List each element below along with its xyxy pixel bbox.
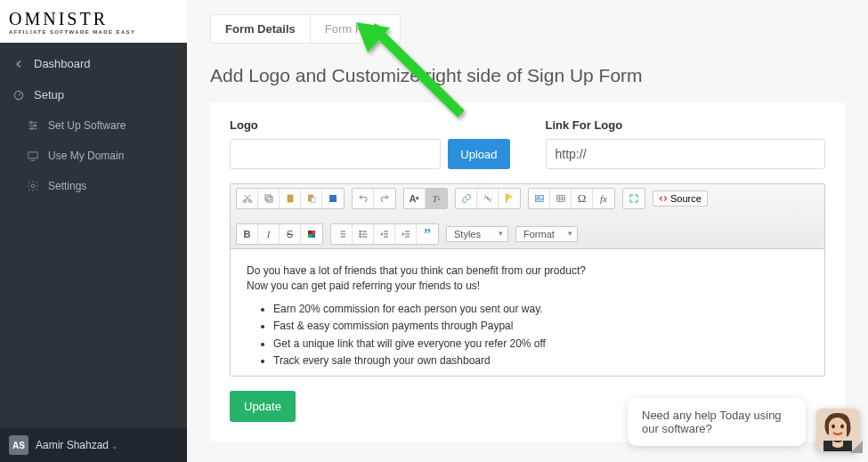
nav-dashboard[interactable]: Dashboard [0, 48, 187, 79]
italic-icon[interactable]: I [258, 224, 280, 244]
cut-icon[interactable] [237, 189, 258, 208]
dashboard-icon [12, 89, 25, 101]
brand-name-2: R [93, 9, 108, 28]
hr-icon[interactable]: Ω [572, 189, 593, 208]
copy-icon[interactable] [258, 189, 280, 208]
svg-point-7 [34, 125, 36, 126]
ol-icon[interactable] [331, 224, 353, 244]
chat-bubble[interactable]: Need any help Today using our software? [628, 398, 806, 446]
tab-form-details[interactable]: Form Details [210, 14, 311, 44]
editor-p2: Now you can get paid referring your frie… [247, 279, 808, 294]
sidebar-item-label: Set Up Software [48, 119, 126, 132]
svg-point-11 [31, 184, 35, 188]
svg-point-55 [840, 425, 844, 428]
page-title: Add Logo and Customize right side of Sig… [210, 65, 845, 86]
chat-expand-icon[interactable] [850, 441, 863, 457]
chat-message: Need any help Today using our software? [642, 409, 782, 435]
bold-icon[interactable]: B [237, 224, 258, 244]
sliders-icon [27, 119, 39, 132]
outdent-icon[interactable] [374, 224, 395, 244]
sidebar-item-label: Settings [48, 180, 86, 192]
sidebar-item-setup-software[interactable]: Set Up Software [0, 110, 187, 141]
brand-tagline: AFFILIATE SOFTWARE MADE EASY [9, 29, 135, 35]
unlink-icon[interactable] [477, 189, 499, 208]
table-icon[interactable] [550, 189, 572, 208]
sidebar-item-settings[interactable]: Settings [0, 171, 187, 201]
svg-rect-20 [311, 198, 315, 203]
form-panel: Logo Upload Link For Logo [210, 102, 845, 442]
svg-rect-31 [308, 231, 312, 234]
clear-format-icon[interactable]: Tx [426, 189, 447, 208]
format-dropdown[interactable]: Format [515, 226, 578, 242]
svg-rect-18 [288, 195, 293, 202]
tabs: Form Details Form Fields [210, 14, 845, 44]
svg-rect-32 [312, 231, 315, 234]
svg-line-14 [246, 195, 250, 200]
image-icon[interactable] [529, 189, 550, 208]
nav-setup[interactable]: Setup [0, 79, 187, 110]
logo[interactable]: OMNISTR AFFILIATE SOFTWARE MADE EASY [0, 0, 187, 43]
chevron-left-icon [12, 58, 25, 70]
paste-text-icon[interactable] [301, 189, 322, 208]
svg-point-6 [30, 121, 32, 123]
editor-content[interactable]: Do you have a lot of friends that you th… [231, 249, 824, 376]
anchor-icon[interactable] [499, 189, 520, 208]
strike-icon[interactable]: S [280, 224, 301, 244]
gear-icon [27, 180, 39, 192]
paste-icon[interactable] [280, 189, 301, 208]
main-content: Form Details Form Fields Add Logo and Cu… [187, 0, 868, 462]
svg-point-39 [359, 233, 361, 235]
rich-text-editor: A▾ Tx Ω fx [230, 183, 825, 377]
svg-rect-34 [312, 234, 315, 238]
redo-icon[interactable] [374, 189, 395, 208]
svg-rect-17 [265, 195, 271, 200]
editor-bullet: Earn 20% commission for each person you … [273, 302, 808, 317]
svg-rect-26 [556, 196, 564, 202]
quote-icon[interactable]: ” [417, 224, 438, 244]
remove-format-icon[interactable]: A▾ [404, 189, 426, 208]
svg-line-2 [19, 93, 20, 94]
logo-file-input[interactable] [230, 139, 441, 169]
editor-toolbar: A▾ Tx Ω fx [231, 184, 824, 249]
svg-point-38 [359, 231, 361, 232]
brand-name-1: OMNIST [9, 9, 93, 28]
styles-dropdown[interactable]: Styles [446, 226, 508, 242]
sidebar-item-label: Use My Domain [48, 150, 124, 162]
undo-icon[interactable] [353, 189, 374, 208]
upload-button[interactable]: Upload [448, 139, 509, 169]
link-icon[interactable] [456, 189, 477, 208]
editor-bullet: Track every sale through your own dashbo… [273, 353, 808, 369]
paste-word-icon[interactable] [322, 189, 344, 208]
nav-dashboard-label: Dashboard [34, 57, 91, 70]
logo-label: Logo [230, 118, 510, 132]
link-logo-label: Link For Logo [546, 118, 826, 132]
sidebar: OMNISTR AFFILIATE SOFTWARE MADE EASY Das… [0, 0, 187, 462]
svg-point-40 [359, 236, 361, 238]
maximize-icon[interactable] [623, 189, 645, 208]
user-avatar: AS [9, 435, 28, 455]
svg-rect-21 [329, 195, 337, 202]
svg-marker-57 [850, 441, 863, 453]
svg-rect-33 [308, 234, 312, 238]
update-button[interactable]: Update [230, 391, 296, 422]
user-name: Aamir Shahzad ⌄ [36, 439, 118, 451]
editor-bullet: Get a unique link that will give everyon… [273, 336, 808, 352]
sidebar-item-domain[interactable]: Use My Domain [0, 141, 187, 171]
svg-point-8 [31, 127, 33, 129]
nav: Dashboard Setup Set Up Software Use My D… [0, 43, 187, 201]
source-button[interactable]: Source [653, 190, 708, 207]
indent-icon[interactable] [395, 224, 417, 244]
svg-point-54 [831, 425, 835, 428]
svg-line-15 [245, 195, 249, 200]
svg-rect-16 [267, 197, 272, 202]
editor-bullet: Fast & easy commission payments through … [273, 319, 808, 334]
user-bar[interactable]: AS Aamir Shahzad ⌄ [0, 428, 187, 462]
ul-icon[interactable] [353, 224, 374, 244]
nav-setup-label: Setup [34, 88, 64, 101]
tab-form-fields[interactable]: Form Fields [311, 14, 402, 44]
link-logo-input[interactable] [546, 139, 826, 169]
color-icon[interactable] [301, 224, 322, 244]
editor-p1: Do you have a lot of friends that you th… [247, 263, 808, 279]
svg-rect-9 [28, 152, 38, 158]
fx-icon[interactable]: fx [593, 189, 614, 208]
